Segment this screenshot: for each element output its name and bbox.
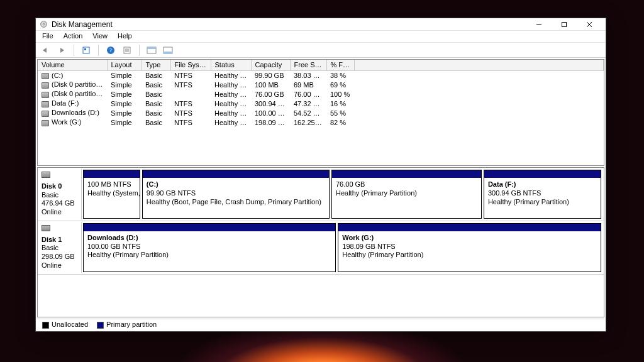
forward-button[interactable] [55, 44, 69, 57]
partition-bar [332, 170, 481, 178]
table-row[interactable]: (Disk 0 partition 3)SimpleBasicHealthy (… [38, 89, 604, 99]
partition[interactable]: (C:)99.90 GB NTFSHealthy (Boot, Page Fil… [142, 170, 330, 219]
svg-rect-3 [562, 22, 567, 26]
toolbar-separator [139, 45, 140, 56]
volume-icon [42, 111, 49, 117]
title-bar[interactable]: Disk Management [36, 18, 606, 31]
menu-help[interactable]: Help [113, 31, 137, 42]
table-row[interactable]: Data (F:)SimpleBasicNTFSHealthy (P...300… [38, 99, 604, 108]
maximize-button[interactable] [552, 19, 577, 30]
volume-icon [42, 92, 49, 98]
col-layout: Layout [107, 60, 142, 70]
partition[interactable]: 76.00 GBHealthy (Primary Partition) [331, 170, 482, 219]
close-button[interactable] [577, 19, 602, 30]
col-pctfree: % Free [326, 60, 354, 70]
view-top-button[interactable] [145, 44, 158, 57]
partitions: Downloads (D:)100.00 GB NTFSHealthy (Pri… [82, 222, 602, 273]
disk-management-icon [40, 20, 48, 28]
legend-unallocated: Unallocated [42, 321, 88, 329]
swatch-unallocated-icon [42, 322, 49, 329]
partition-bar [84, 224, 335, 231]
disk-map: Disk 0Basic476.94 GBOnline100 MB NTFSHea… [37, 167, 604, 317]
col-status: Status [211, 60, 251, 70]
disk-info[interactable]: Disk 1Basic298.09 GBOnline [39, 222, 82, 273]
svg-rect-15 [147, 47, 156, 49]
menu-bar: File Action View Help [36, 31, 606, 43]
partition-bar [484, 170, 601, 178]
svg-point-1 [43, 23, 44, 25]
minimize-button[interactable] [526, 19, 552, 30]
refresh-button[interactable] [79, 44, 93, 57]
disk-row: Disk 1Basic298.09 GBOnlineDownloads (D:)… [38, 221, 604, 275]
legend-primary: Primary partition [97, 321, 157, 329]
toolbar-separator [98, 45, 99, 56]
disk-icon [42, 225, 50, 231]
table-row[interactable]: Downloads (D:)SimpleBasicNTFSHealthy (P.… [38, 108, 604, 118]
volume-icon [42, 120, 49, 126]
col-free: Free Spa... [290, 60, 326, 70]
svg-rect-17 [164, 52, 172, 53]
table-row[interactable]: (Disk 0 partition 1)SimpleBasicNTFSHealt… [38, 80, 604, 89]
column-headers[interactable]: Volume Layout Type File System Status Ca… [38, 60, 604, 70]
table-row[interactable]: Work (G:)SimpleBasicNTFSHealthy (P...198… [38, 118, 604, 127]
help-button[interactable]: ? [104, 44, 118, 57]
view-bottom-button[interactable] [161, 44, 175, 57]
menu-file[interactable]: File [37, 31, 58, 42]
partition-bar [143, 170, 329, 178]
back-button[interactable] [38, 44, 52, 57]
col-volume: Volume [38, 60, 107, 70]
properties-button[interactable] [120, 44, 134, 57]
col-type: Type [142, 60, 170, 70]
toolbar-separator [74, 45, 74, 56]
window-title: Disk Management [52, 20, 526, 29]
partitions: 100 MB NTFSHealthy (System, Active,(C:)9… [82, 169, 602, 219]
disk-management-window: Disk Management File Action View Help ? [35, 18, 606, 332]
partition[interactable]: Data (F:)300.94 GB NTFSHealthy (Primary … [484, 170, 601, 219]
partition[interactable]: 100 MB NTFSHealthy (System, Active, [83, 170, 140, 219]
disk-info[interactable]: Disk 0Basic476.94 GBOnline [39, 169, 82, 219]
menu-action[interactable]: Action [58, 31, 88, 42]
partition[interactable]: Downloads (D:)100.00 GB NTFSHealthy (Pri… [83, 223, 336, 272]
svg-text:?: ? [109, 47, 112, 53]
partition-bar [338, 224, 601, 231]
volume-icon [42, 73, 49, 79]
col-fs: File System [170, 60, 211, 70]
volume-list[interactable]: Volume Layout Type File System Status Ca… [37, 59, 604, 166]
partition-bar [84, 170, 140, 178]
col-capacity: Capacity [251, 60, 290, 70]
legend: Unallocated Primary partition [37, 319, 604, 330]
table-row[interactable]: (C:)SimpleBasicNTFSHealthy (B...99.90 GB… [38, 70, 604, 80]
swatch-primary-icon [97, 322, 104, 329]
volume-icon [42, 101, 49, 107]
partition[interactable]: Work (G:)198.09 GB NTFSHealthy (Primary … [338, 223, 601, 272]
volume-icon [42, 82, 49, 89]
disk-row: Disk 0Basic476.94 GBOnline100 MB NTFSHea… [38, 168, 604, 221]
disk-icon [42, 172, 50, 178]
toolbar: ? [36, 43, 606, 58]
svg-rect-7 [84, 48, 86, 50]
menu-view[interactable]: View [87, 31, 113, 42]
